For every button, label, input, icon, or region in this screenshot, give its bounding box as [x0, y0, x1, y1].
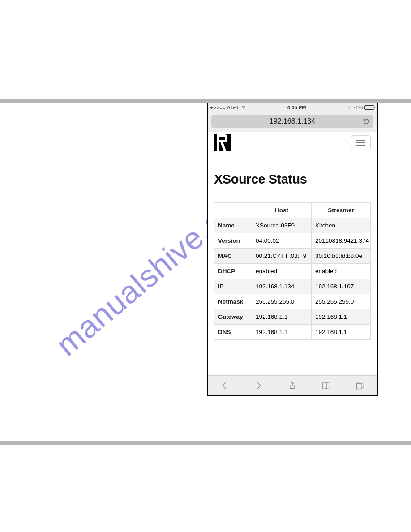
status-table: Host Streamer Name XSource-03F9 Kitchen …: [214, 202, 371, 340]
row-label: DHCP: [214, 264, 252, 279]
share-icon: [288, 381, 297, 390]
rule: [214, 195, 371, 195]
back-button[interactable]: [218, 379, 231, 392]
row-label: Name: [214, 218, 252, 233]
page-title: XSource Status: [214, 172, 371, 187]
cell-streamer: 20110818.9421.374: [312, 233, 371, 249]
svg-rect-1: [357, 383, 362, 389]
table-row: Netmask 255.255.255.0 255.255.255.0: [214, 294, 371, 309]
table-row: DNS 192.168.1.1 192.168.1.1: [214, 325, 371, 340]
table-row: DHCP enabled enabled: [214, 264, 371, 279]
table-row: MAC 00:21:C7:FF:03:F9 30:10:b3:fd:b8:0e: [214, 249, 371, 264]
clock: 4:35 PM: [287, 105, 306, 110]
cell-streamer: 192.168.1.1: [312, 309, 371, 325]
cell-streamer: Kitchen: [312, 218, 371, 233]
cell-streamer: 192.168.1.1: [312, 325, 371, 340]
col-host: Host: [252, 203, 312, 218]
table-row: Name XSource-03F9 Kitchen: [214, 218, 371, 233]
cell-streamer: 30:10:b3:fd:b8:0e: [312, 249, 371, 264]
table-header-row: Host Streamer: [214, 203, 371, 218]
page-body: XSource Status Host Streamer Name XSourc…: [208, 132, 377, 375]
cell-streamer: 255.255.255.0: [312, 294, 371, 309]
divider-bottom: [0, 441, 411, 445]
cell-host: 255.255.255.0: [252, 294, 312, 309]
col-blank: [214, 203, 252, 218]
cell-streamer: enabled: [312, 264, 371, 279]
statusbar: AT&T 4:35 PM 71%: [208, 103, 377, 112]
row-label: MAC: [214, 249, 252, 264]
bluetooth-icon: [347, 105, 351, 110]
cell-host: 192.168.1.134: [252, 279, 312, 294]
signal-strength-icon: [210, 107, 225, 109]
row-label: Version: [214, 233, 252, 249]
rule: [214, 349, 371, 349]
phone-screenshot: AT&T 4:35 PM 71% 192.168.1.134: [207, 103, 378, 396]
browser-toolbar: [208, 375, 377, 395]
row-label: Netmask: [214, 294, 252, 309]
tabs-button[interactable]: [354, 379, 366, 392]
cell-host: 04.00.02: [252, 233, 312, 249]
cell-host: 192.168.1.1: [252, 309, 312, 325]
cell-host: 192.168.1.1: [252, 325, 312, 340]
row-label: DNS: [214, 325, 252, 340]
chevron-left-icon: [220, 381, 230, 390]
cell-streamer: 192.168.1.107: [312, 279, 371, 294]
forward-button[interactable]: [252, 379, 265, 392]
row-label: IP: [214, 279, 252, 294]
col-streamer: Streamer: [312, 203, 371, 218]
page-navbar: [214, 132, 371, 156]
url-text: 192.168.1.134: [270, 117, 315, 125]
carrier-label: AT&T: [227, 105, 239, 110]
address-bar-area: 192.168.1.134: [208, 112, 377, 132]
address-bar[interactable]: 192.168.1.134: [211, 115, 373, 128]
cell-host: 00:21:C7:FF:03:F9: [252, 249, 312, 264]
cell-host: enabled: [252, 264, 312, 279]
table-row: Gateway 192.168.1.1 192.168.1.1: [214, 309, 371, 325]
row-label: Gateway: [214, 309, 252, 325]
wifi-icon: [241, 105, 246, 110]
cell-host: XSource-03F9: [252, 218, 312, 233]
menu-button[interactable]: [351, 135, 371, 150]
book-icon: [321, 381, 332, 390]
table-row: Version 04.00.02 20110818.9421.374: [214, 233, 371, 249]
table-row: IP 192.168.1.134 192.168.1.107: [214, 279, 371, 294]
hamburger-icon: [356, 140, 365, 141]
battery-icon: [364, 105, 374, 110]
chevron-right-icon: [253, 381, 263, 390]
brand-logo[interactable]: [214, 134, 231, 151]
bookmarks-button[interactable]: [320, 379, 333, 392]
divider-top: [0, 99, 411, 103]
reload-icon[interactable]: [363, 118, 370, 125]
tabs-icon: [355, 381, 364, 390]
share-button[interactable]: [286, 379, 299, 392]
battery-percent: 71%: [353, 105, 363, 110]
